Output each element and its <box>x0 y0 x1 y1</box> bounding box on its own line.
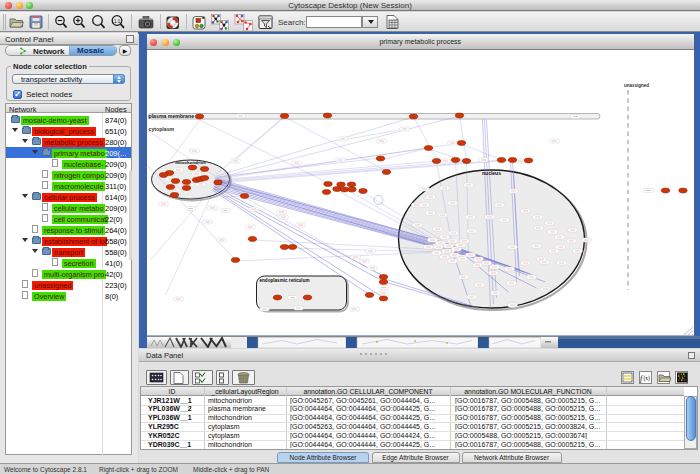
svg-text:(x): (x) <box>644 375 651 382</box>
svg-text:unassigned: unassigned <box>623 83 648 88</box>
svg-text:plasma membrane: plasma membrane <box>148 113 194 119</box>
svg-text:nucleus: nucleus <box>482 170 501 176</box>
svg-text:1:1: 1:1 <box>114 19 121 24</box>
svg-text:cytoplasm: cytoplasm <box>148 126 174 132</box>
svg-text:endoplasmic reticulum: endoplasmic reticulum <box>259 278 309 283</box>
svg-text:mitochondrion: mitochondrion <box>175 160 206 165</box>
